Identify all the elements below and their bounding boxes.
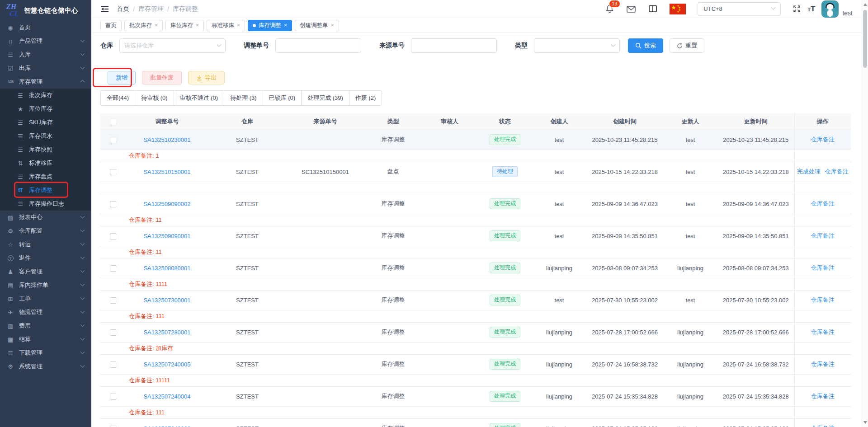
row-checkbox[interactable] bbox=[110, 137, 116, 143]
status-tab[interactable]: 已锁库 (0) bbox=[263, 91, 302, 105]
docs-book-icon[interactable] bbox=[648, 5, 658, 13]
sidebar-item[interactable]: ⇅ 标准移库 bbox=[0, 156, 91, 170]
row-action-link[interactable]: 仓库备注 bbox=[811, 232, 835, 240]
sidebar-item[interactable]: ▥ 费用 bbox=[0, 319, 91, 333]
sidebar-item[interactable]: ♟ 客户管理 bbox=[0, 265, 91, 278]
sidebar-item[interactable]: ▤ 库内操作单 bbox=[0, 278, 91, 292]
status-tab[interactable]: 作废 (2) bbox=[349, 91, 382, 105]
row-action-link[interactable]: 仓库备注 bbox=[811, 264, 835, 272]
fullscreen-icon[interactable] bbox=[793, 5, 801, 13]
sidebar-item[interactable]: ⚙ 系统管理 bbox=[0, 360, 91, 373]
sidebar-item[interactable]: ☰ SKU库存 bbox=[0, 116, 91, 129]
row-checkbox[interactable] bbox=[110, 169, 116, 175]
sidebar-item[interactable]: 123 库存管理 bbox=[0, 75, 91, 89]
table-row[interactable]: SA132507280001 SZTEST 库存调整 处理完成 liujianp… bbox=[100, 322, 851, 342]
sidebar-item[interactable]: ✈ 物流管理 bbox=[0, 305, 91, 319]
warehouse-select[interactable]: 请选择仓库 bbox=[119, 38, 226, 53]
sidebar-item[interactable]: ☰ 库存盘点 bbox=[0, 170, 91, 183]
table-row[interactable]: SA132507240003 SZTEST 库存调整 处理完成 liujianp… bbox=[100, 418, 851, 427]
table-row[interactable]: SA132507240004 SZTEST 库存调整 处理完成 liujianp… bbox=[100, 386, 851, 406]
sidebar-item[interactable]: ◉ 首页 bbox=[0, 21, 91, 34]
row-action-link[interactable]: 仓库备注 bbox=[811, 424, 835, 427]
row-checkbox[interactable] bbox=[110, 297, 116, 304]
sidebar-item[interactable]: ▦ 结算 bbox=[0, 333, 91, 346]
sidebar-item[interactable]: ☰ 批次库存 bbox=[0, 89, 91, 102]
status-tab[interactable]: 审核不通过 (0) bbox=[174, 91, 224, 105]
status-tab[interactable]: 待处理 (3) bbox=[224, 91, 263, 105]
table-row[interactable]: SA132509090002 SZTEST 库存调整 处理完成 test 202… bbox=[100, 194, 851, 214]
tab[interactable]: 标准移库 × bbox=[207, 20, 245, 31]
tab-close-icon[interactable]: × bbox=[331, 23, 334, 28]
adjust-no-link[interactable]: SA132510230001 bbox=[143, 136, 190, 143]
export-button[interactable]: 导出 bbox=[188, 71, 225, 84]
sidebar-item[interactable]: ▯ 产品管理 bbox=[0, 34, 91, 48]
sidebar-item[interactable]: ☰ 库存操作日志 bbox=[0, 197, 91, 211]
messages-mail-icon[interactable] bbox=[626, 5, 636, 13]
sidebar-item[interactable]: ☰ 库存快照 bbox=[0, 143, 91, 156]
adjust-no-link[interactable]: SA132507300001 bbox=[143, 297, 190, 304]
table-row[interactable]: SA132509090001 SZTEST 库存调整 处理完成 test 202… bbox=[100, 226, 851, 246]
tab-close-icon[interactable]: × bbox=[284, 23, 287, 28]
table-row[interactable]: SA132510150001 SZTEST SC132510150001 盘点 … bbox=[100, 162, 851, 182]
table-row[interactable]: SA132510230001 SZTEST 库存调整 处理完成 test 202… bbox=[100, 130, 851, 150]
page-scrollbar[interactable] bbox=[862, 0, 868, 427]
adjust-no-link[interactable]: SA132508080001 bbox=[143, 265, 190, 272]
row-action-link[interactable]: 仓库备注 bbox=[825, 168, 849, 176]
adjust-no-link[interactable]: SA132509090001 bbox=[143, 233, 190, 239]
select-all-checkbox[interactable] bbox=[110, 119, 116, 125]
row-action-link[interactable]: 仓库备注 bbox=[811, 360, 835, 368]
type-select[interactable] bbox=[534, 38, 620, 53]
sidebar-item[interactable]: ☰ 下载管理 bbox=[0, 346, 91, 360]
tab[interactable]: 创建调整单 × bbox=[295, 20, 339, 31]
adjust-no-link[interactable]: SA132507240003 bbox=[143, 425, 190, 427]
sidebar-item[interactable]: ★ 库位库存 bbox=[0, 102, 91, 116]
tab-close-icon[interactable]: × bbox=[237, 23, 240, 28]
search-button[interactable]: 搜索 bbox=[628, 38, 663, 53]
adjust-no-link[interactable]: SA132507240004 bbox=[143, 393, 190, 400]
breadcrumb-inventory-management[interactable]: 库存管理 bbox=[138, 5, 164, 13]
status-tab[interactable]: 全部(44) bbox=[101, 91, 135, 105]
notifications-bell-icon[interactable]: 13 bbox=[605, 4, 614, 14]
tab[interactable]: 库存调整 × bbox=[248, 20, 292, 31]
adjust-no-link[interactable]: SA132507280001 bbox=[143, 329, 190, 336]
table-row[interactable]: SA132507240005 SZTEST 库存调整 处理完成 liujianp… bbox=[100, 354, 851, 374]
row-action-link[interactable]: 仓库备注 bbox=[811, 296, 835, 304]
sidebar-item[interactable]: tT 库存调整 bbox=[0, 183, 91, 197]
adjust-no-link[interactable]: SA132509090002 bbox=[143, 201, 190, 207]
tab-close-icon[interactable]: × bbox=[196, 23, 199, 28]
source-no-input[interactable] bbox=[411, 38, 497, 53]
row-checkbox[interactable] bbox=[110, 201, 116, 207]
row-action-link[interactable]: 完成处理 bbox=[797, 168, 821, 176]
row-checkbox[interactable] bbox=[110, 329, 116, 336]
adjust-no-input[interactable] bbox=[275, 38, 361, 53]
sidebar-item[interactable]: ? 退件 bbox=[0, 251, 91, 265]
sidebar-item[interactable]: ☑ 出库 bbox=[0, 61, 91, 75]
sidebar-collapse-icon[interactable] bbox=[100, 5, 109, 13]
sidebar-item[interactable]: ☰ 库存流水 bbox=[0, 129, 91, 143]
adjust-no-link[interactable]: SA132507240005 bbox=[143, 361, 190, 368]
sidebar-item[interactable]: ☆ 转运 bbox=[0, 238, 91, 251]
row-checkbox[interactable] bbox=[110, 233, 116, 239]
scrollbar-down-arrow[interactable] bbox=[863, 421, 867, 424]
status-tab[interactable]: 待审核 (0) bbox=[135, 91, 174, 105]
tab[interactable]: 库位库存 × bbox=[165, 20, 204, 31]
adjust-no-link[interactable]: SA132510150001 bbox=[143, 169, 190, 175]
scrollbar-up-arrow[interactable] bbox=[863, 3, 867, 6]
reset-button[interactable]: 重置 bbox=[670, 38, 704, 53]
sidebar-item[interactable]: ▨ 报表中心 bbox=[0, 211, 91, 224]
sidebar-item[interactable]: ☰ 入库 bbox=[0, 48, 91, 61]
username-label[interactable]: test bbox=[842, 9, 853, 17]
row-action-link[interactable]: 仓库备注 bbox=[811, 392, 835, 400]
row-action-link[interactable]: 仓库备注 bbox=[811, 328, 835, 336]
row-checkbox[interactable] bbox=[110, 394, 116, 400]
timezone-select[interactable]: UTC+8 bbox=[698, 2, 781, 16]
batch-void-button[interactable]: 批量作废 bbox=[142, 71, 182, 84]
tab[interactable]: 首页 bbox=[100, 20, 122, 31]
user-avatar[interactable] bbox=[821, 0, 839, 18]
sidebar-item[interactable]: ⚙ 仓库配置 bbox=[0, 224, 91, 238]
row-checkbox[interactable] bbox=[110, 265, 116, 272]
tab[interactable]: 批次库存 × bbox=[124, 20, 163, 31]
status-tab[interactable]: 处理完成 (39) bbox=[301, 91, 349, 105]
table-row[interactable]: SA132508080001 SZTEST 库存调整 处理完成 liujianp… bbox=[100, 258, 851, 278]
font-size-icon[interactable]: TT bbox=[807, 5, 815, 13]
